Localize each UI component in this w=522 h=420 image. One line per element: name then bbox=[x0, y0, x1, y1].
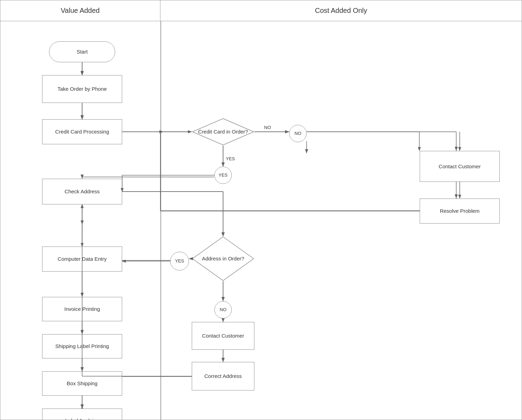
diagram-container: Value Added Cost Added Only bbox=[0, 0, 522, 420]
col-right-header: Cost Added Only bbox=[160, 0, 522, 21]
take-order-shape: Take Order by Phone bbox=[42, 75, 122, 103]
box-shipping-shape: Box Shipping bbox=[42, 371, 122, 396]
check-address-shape: Check Address bbox=[42, 179, 122, 204]
contact-customer-mid-shape: Contact Customer bbox=[192, 322, 254, 350]
flow-area: Start Take Order by Phone Credit Card Pr… bbox=[0, 21, 522, 420]
cc-diamond-shape: Credit Card in Order? bbox=[192, 118, 254, 146]
invoice-printing-shape: Invoice Printing bbox=[42, 297, 122, 321]
computer-data-shape: Computer Data Entry bbox=[42, 247, 122, 272]
svg-text:NO: NO bbox=[264, 125, 271, 130]
shipping-label-shape: Shipping Label Printing bbox=[42, 334, 122, 358]
yes-circle-cc-shape: YES bbox=[214, 167, 232, 184]
correct-address-shape: Correct Address bbox=[192, 362, 254, 390]
svg-text:YES: YES bbox=[226, 156, 235, 161]
contact-customer-right-shape: Contact Customer bbox=[420, 151, 500, 182]
col-left-header: Value Added bbox=[0, 0, 160, 21]
column-divider bbox=[160, 21, 161, 420]
credit-card-proc-shape: Credit Card Processing bbox=[42, 119, 122, 144]
no-circle-cc-shape: NO bbox=[289, 125, 307, 142]
no-circle-addr-shape: NO bbox=[214, 301, 232, 318]
resolve-problem-shape: Resolve Problem bbox=[420, 199, 500, 224]
yes-circle-addr-shape: YES bbox=[170, 252, 189, 270]
column-headers: Value Added Cost Added Only bbox=[0, 0, 522, 21]
addr-diamond-shape: Address in Order? bbox=[192, 236, 254, 281]
start-shape: Start bbox=[49, 41, 115, 62]
label-applying-shape: Label Applying bbox=[42, 409, 122, 420]
